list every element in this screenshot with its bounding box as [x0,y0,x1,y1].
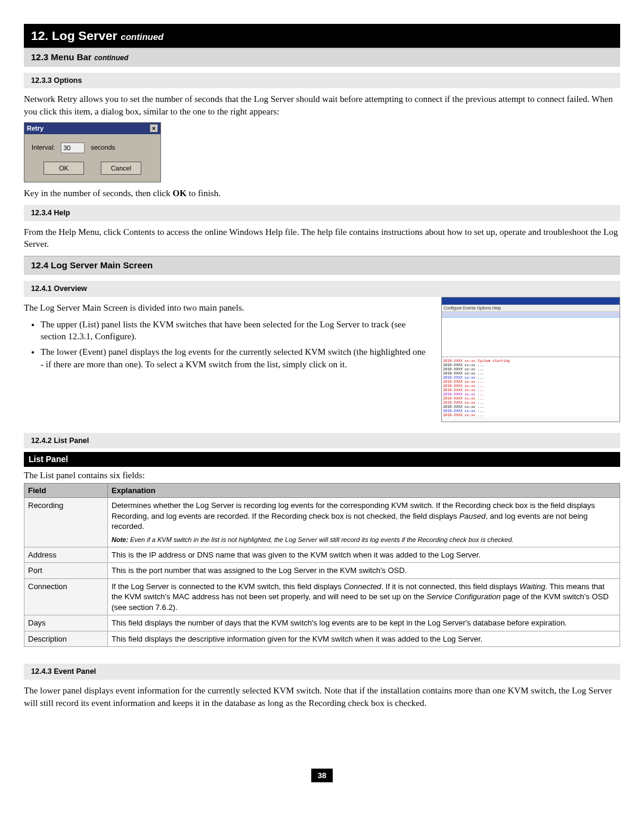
overview-right: Configure Events Options Help 2019-XXXX … [441,297,620,422]
bullet-1-post: ). [131,332,137,341]
overview-bullets: The upper (List) panel lists the KVM swi… [41,318,431,370]
subsection-12-3-cont: continued [94,54,128,62]
td-field: Connection [24,578,108,615]
heading-12-3-3: 12.3.3 Options [24,73,620,89]
retry-titlebar: Retry × [24,123,160,134]
table-header-row: Field Explanation [24,483,620,498]
subsection-12-3-title: 12.3 Menu Bar [31,52,92,62]
section-header-cont: continued [121,32,164,42]
retry-field-row: Interval: seconds [32,143,153,153]
cell-text: If the Log Server is connected to the KV… [112,582,343,591]
section-header: 12. Log Server continued [24,24,620,48]
screenshot-list-panel [442,312,620,357]
note-bold: Note: [112,536,128,543]
options-paragraph: Network Retry allows you to set the numb… [24,93,620,117]
td-field: Address [24,547,108,563]
close-icon[interactable]: × [150,124,158,132]
td-explanation: This is the port number that was assigne… [108,563,620,579]
table-row: Days This field displays the number of d… [24,615,620,631]
cancel-button[interactable]: Cancel [101,162,141,175]
td-field: Recording [24,498,108,547]
cell-ital: Service Configuration [426,592,500,601]
retry-body: Interval: seconds OK Cancel [24,134,160,182]
screenshot-list-header [442,312,620,318]
list-panel-heading: List Panel [24,452,620,467]
retry-buttons: OK Cancel [32,162,153,175]
table-row: Address This is the IP address or DNS na… [24,547,620,563]
cell-text: . If it is not connected, this field dis… [381,582,519,591]
heading-12-4-1: 12.4.1 Overview [24,281,620,297]
overview-paragraph: The Log Server Main Screen is divided in… [24,302,431,314]
retry-interval-label: Interval: [32,143,55,152]
note-rest: Even if a KVM switch in the list is not … [128,536,513,543]
th-explanation: Explanation [108,483,620,498]
screenshot-event-panel: 2019-XXXX xx:xx System starting 2019-XXX… [442,357,620,417]
heading-12-3-4: 12.3.4 Help [24,205,620,221]
table-row: Connection If the Log Server is connecte… [24,578,620,615]
cell-ital: Waiting [519,582,545,591]
list-panel-intro: The List panel contains six fields: [24,469,620,481]
retry-title: Retry [27,124,44,133]
main-screen-screenshot: Configure Events Options Help 2019-XXXX … [441,297,620,422]
td-field: Description [24,631,108,647]
td-explanation: This field displays the number of days t… [108,615,620,631]
subsection-12-4-title: 12.4 Log Server Main Screen [31,260,153,270]
recording-note: Note: Even if a KVM switch in the list i… [112,535,616,544]
subsection-12-3: 12.3 Menu Bar continued [24,48,620,66]
td-field: Port [24,563,108,579]
keyin-paragraph: Key in the number of seconds, then click… [24,187,620,199]
help-paragraph: From the Help Menu, click Contents to ac… [24,226,620,250]
th-field: Field [24,483,108,498]
list-item: The lower (Event) panel displays the log… [41,346,431,370]
keyin-pre: Key in the number of seconds, then click [24,188,173,198]
heading-12-4-2: 12.4.2 List Panel [24,433,620,449]
td-explanation: This field displays the descriptive info… [108,631,620,647]
list-item: The upper (List) panel lists the KVM swi… [41,318,431,343]
screenshot-titlebar [442,298,620,305]
overview-row: The Log Server Main Screen is divided in… [24,297,620,422]
retry-interval-input[interactable] [61,143,85,153]
cell-ital: Paused [459,512,485,521]
page-number: 38 [311,769,333,783]
subsection-12-4: 12.4 Log Server Main Screen [24,256,620,274]
td-explanation: If the Log Server is connected to the KV… [108,578,620,615]
retry-unit-label: seconds [91,143,115,152]
ok-button[interactable]: OK [44,162,84,175]
bullet-1-ital: Configure [95,332,131,341]
event-panel-paragraph: The lower panel displays event informati… [24,685,620,709]
table-row: Description This field displays the desc… [24,631,620,647]
field-table: Field Explanation Recording Determines w… [24,483,620,648]
keyin-bold: OK [173,188,187,198]
heading-12-4-3: 12.4.3 Event Panel [24,664,620,680]
table-row: Port This is the port number that was as… [24,563,620,579]
td-explanation: This is the IP address or DNS name that … [108,547,620,563]
overview-left: The Log Server Main Screen is divided in… [24,297,431,422]
section-header-text: 12. Log Server [31,29,117,42]
retry-dialog: Retry × Interval: seconds OK Cancel [24,122,161,182]
screenshot-menubar: Configure Events Options Help [442,305,620,312]
keyin-post: to finish. [187,188,221,198]
td-explanation: Determines whether the Log Server is rec… [108,498,620,547]
td-field: Days [24,615,108,631]
table-row: Recording Determines whether the Log Ser… [24,498,620,547]
cell-ital: Connected [343,582,381,591]
